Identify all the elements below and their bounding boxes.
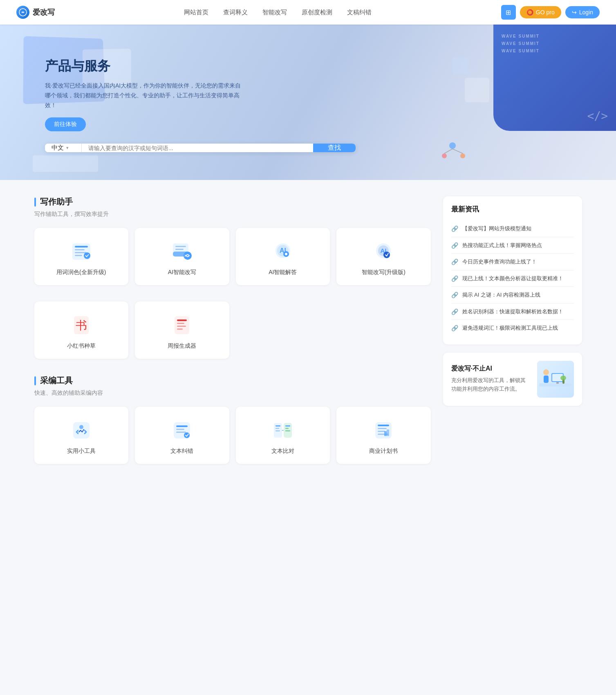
xiaohongshu-icon: 书 — [70, 314, 93, 337]
svg-rect-32 — [177, 323, 184, 324]
tool-xiaohongshu[interactable]: 书 小红书种草 — [34, 301, 129, 359]
news-link-icon-3: 🔗 — [451, 275, 458, 282]
news-list: 🔗 【爱改写】网站升级模型通知 🔗 热搜功能正式上线！掌握网络热点 🔗 今日历史… — [451, 220, 574, 336]
news-title: 最新资讯 — [451, 205, 574, 214]
news-item-3[interactable]: 🔗 现已上线！文本颜色分析器让提取更精准！ — [451, 270, 574, 287]
svg-rect-7 — [75, 246, 88, 247]
news-text-1: 热搜功能正式上线！掌握网络热点 — [462, 241, 542, 250]
news-link-icon-2: 🔗 — [451, 259, 458, 265]
tool-yuci[interactable]: 用词润色(全新升级) — [34, 228, 129, 285]
svg-line-4 — [444, 149, 452, 153]
caipian-title: 采编工具 — [40, 375, 73, 386]
news-item-5[interactable]: 🔗 姓名识别利器：快速提取和解析姓名数据！ — [451, 304, 574, 320]
svg-rect-49 — [285, 430, 290, 432]
login-label: Login — [579, 9, 593, 16]
svg-rect-14 — [175, 246, 186, 247]
svg-rect-30 — [175, 316, 189, 334]
promo-box: 爱改写·不止AI 充分利用爱改写的工具，解锁其功能并利用您的内容工作流。 — [443, 353, 582, 406]
news-item-1[interactable]: 🔗 热搜功能正式上线！掌握网络热点 — [451, 237, 574, 254]
tool-weekly-report[interactable]: 周报生成器 — [135, 301, 229, 359]
news-link-icon-6: 🔗 — [451, 325, 458, 331]
caipian-section: 采编工具 快速、高效的辅助采编内容 实用小工具 — [34, 375, 431, 464]
news-link-icon-0: 🔗 — [451, 225, 458, 232]
news-item-4[interactable]: 🔗 揭示 AI 之谜：AI 内容检测器上线 — [451, 287, 574, 304]
writing-section: 写作助手 写作辅助工具，撰写效率提升 — [34, 196, 431, 359]
logo-icon — [16, 6, 29, 19]
ai-rewrite-icon — [170, 240, 193, 263]
search-input[interactable] — [82, 144, 313, 152]
news-item-2[interactable]: 🔗 今日历史事件查询功能上线了！ — [451, 254, 574, 270]
tool-text-correct[interactable]: 文本纠错 — [135, 407, 229, 464]
business-plan-icon — [372, 419, 395, 442]
svg-line-5 — [452, 149, 463, 153]
news-link-icon-4: 🔗 — [451, 292, 458, 298]
news-item-0[interactable]: 🔗 【爱改写】网站升级模型通知 — [451, 220, 574, 237]
nav-originality[interactable]: 原创度检测 — [302, 9, 332, 16]
svg-rect-60 — [556, 382, 559, 384]
tool-ai-rewrite-label: AI智能改写 — [168, 269, 196, 276]
tool-ai-rewrite[interactable]: AI智能改写 — [135, 228, 229, 285]
svg-point-61 — [543, 369, 549, 375]
svg-rect-57 — [539, 383, 572, 387]
go-pro-button[interactable]: ⭕ GO pro — [520, 6, 561, 18]
news-text-2: 今日历史事件查询功能上线了！ — [462, 258, 537, 266]
svg-rect-35 — [73, 422, 90, 439]
caipian-subtitle: 快速、高效的辅助采编内容 — [34, 389, 431, 397]
text-correct-icon — [170, 419, 193, 442]
ai-upgrade-icon: AI — [372, 240, 395, 263]
hero-content: 产品与服务 我·爱改写已经全面接入国内AI大模型，作为你的智能伙伴，无论您的需求… — [0, 25, 616, 131]
svg-point-3 — [460, 153, 465, 158]
svg-rect-10 — [75, 255, 82, 256]
news-text-5: 姓名识别利器：快速提取和解析姓名数据！ — [462, 308, 563, 316]
text-compare-icon — [271, 419, 294, 442]
tool-ai-upgrade[interactable]: AI 智能改写(升级版) — [336, 228, 431, 285]
navbar: 爱改写 网站首页 查词释义 智能改写 原创度检测 文稿纠错 ⊞ ⭕ GO pro… — [0, 0, 616, 25]
tool-ai-answer-label: AI智能解答 — [269, 269, 297, 276]
svg-rect-15 — [175, 249, 184, 250]
logo[interactable]: 爱改写 — [16, 6, 55, 19]
svg-rect-34 — [177, 328, 183, 330]
writing-tools-grid-2: 书 小红书种草 — [34, 301, 431, 359]
nav-home[interactable]: 网站首页 — [184, 9, 208, 16]
tool-xiaohongshu-label: 小红书种草 — [67, 342, 96, 350]
svg-point-36 — [79, 425, 83, 429]
svg-rect-31 — [177, 319, 187, 321]
svg-rect-55 — [387, 430, 389, 436]
news-text-3: 现已上线！文本颜色分析器让提取更精准！ — [462, 274, 563, 283]
search-bar: 中文 ▾ 查找 — [45, 144, 356, 152]
svg-point-11 — [84, 252, 90, 259]
yuci-icon — [70, 240, 93, 263]
news-text-6: 避免违规词汇！极限词检测工具现已上线 — [462, 324, 558, 332]
svg-rect-53 — [378, 431, 385, 432]
writing-accent — [34, 198, 36, 207]
tool-text-compare[interactable]: 文本比对 — [236, 407, 330, 464]
navbar-actions: ⊞ ⭕ GO pro ↪ Login — [501, 5, 600, 20]
svg-point-27 — [383, 252, 390, 258]
tool-ai-answer[interactable]: AI AI智能解答 — [236, 228, 330, 285]
search-language-selector[interactable]: 中文 ▾ — [45, 144, 82, 152]
grid-button[interactable]: ⊞ — [501, 5, 516, 20]
tool-utilities[interactable]: 实用小工具 — [34, 407, 129, 464]
go-pro-icon: ⭕ — [526, 9, 533, 16]
search-button[interactable]: 查找 — [313, 144, 356, 152]
nav-rewrite[interactable]: 智能改写 — [262, 9, 287, 16]
promo-figure — [537, 361, 574, 398]
left-column: 写作助手 写作辅助工具，撰写效率提升 — [34, 196, 431, 480]
hero-title: 产品与服务 — [45, 57, 616, 75]
svg-point-23 — [285, 253, 287, 255]
news-item-6[interactable]: 🔗 避免违规词汇！极限词检测工具现已上线 — [451, 320, 574, 336]
tool-business-plan[interactable]: 商业计划书 — [336, 407, 431, 464]
caipian-tools-grid: 实用小工具 文本纠错 — [34, 407, 431, 464]
hero-deco-3 — [33, 155, 98, 172]
svg-rect-47 — [285, 425, 290, 427]
nav-dict[interactable]: 查词释义 — [223, 9, 248, 16]
svg-rect-62 — [544, 376, 549, 383]
news-box: 最新资讯 🔗 【爱改写】网站升级模型通知 🔗 热搜功能正式上线！掌握网络热点 🔗… — [443, 196, 582, 344]
login-button[interactable]: ↪ Login — [565, 6, 600, 18]
hero-molecule — [436, 137, 469, 164]
try-button[interactable]: 前往体验 — [45, 117, 86, 131]
writing-title: 写作助手 — [40, 196, 73, 207]
go-pro-label: GO pro — [536, 9, 555, 16]
svg-rect-44 — [276, 425, 280, 427]
nav-proofread[interactable]: 文稿纠错 — [347, 9, 372, 16]
